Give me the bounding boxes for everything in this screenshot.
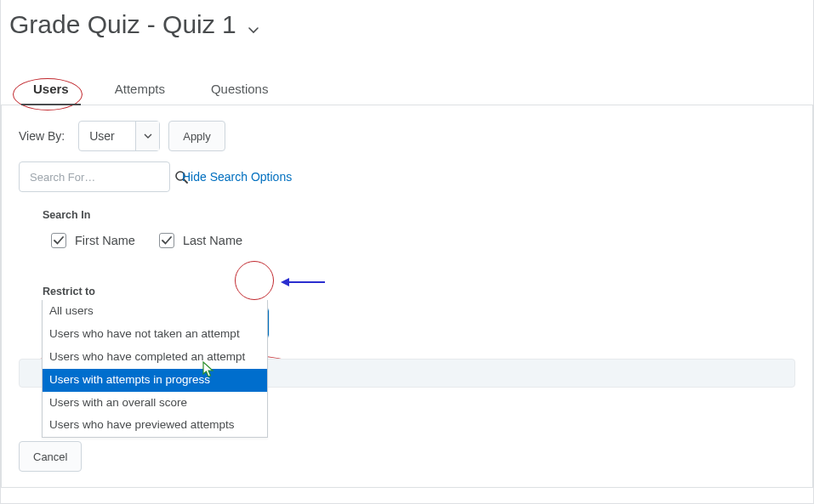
check-label: Last Name: [183, 234, 242, 247]
search-row: Hide Search Options: [19, 161, 797, 192]
title-dropdown-icon[interactable]: [248, 15, 259, 34]
restrict-option-completed[interactable]: Users who have completed an attempt: [43, 346, 267, 369]
viewby-label: View By:: [19, 129, 65, 143]
viewby-row: View By: User Apply: [19, 121, 797, 151]
search-in-heading: Search In: [43, 209, 797, 221]
tab-questions[interactable]: Questions: [199, 73, 281, 105]
restrict-option-not-taken[interactable]: Users who have not taken an attempt: [43, 323, 267, 346]
grade-quiz-page: Grade Quiz - Quiz 1 Users Attempts Quest…: [0, 0, 814, 504]
restrict-option-all-users[interactable]: All users: [43, 300, 267, 323]
tab-label: Questions: [211, 82, 269, 96]
viewby-selected: User: [89, 129, 115, 143]
title-row: Grade Quiz - Quiz 1: [1, 0, 813, 39]
tabs: Users Attempts Questions: [1, 73, 813, 105]
restrict-dropdown: All users Users who have not taken an at…: [42, 300, 268, 438]
checkbox-icon: [51, 233, 66, 248]
tab-label: Attempts: [115, 82, 165, 96]
footer: Cancel: [19, 441, 82, 472]
restrict-to-heading: Restrict to: [43, 286, 797, 297]
search-box: [19, 161, 170, 192]
page-title: Grade Quiz - Quiz 1: [9, 10, 236, 39]
search-in-checks: First Name Last Name: [51, 233, 797, 248]
check-label: First Name: [75, 234, 135, 247]
apply-label: Apply: [183, 130, 211, 143]
restrict-option-previewed[interactable]: Users who have previewed attempts: [43, 414, 267, 437]
cancel-label: Cancel: [33, 450, 67, 463]
chevron-down-icon: [135, 122, 159, 150]
tab-users[interactable]: Users: [21, 73, 81, 105]
checkbox-icon: [159, 233, 174, 248]
apply-button[interactable]: Apply: [168, 121, 225, 151]
tab-attempts[interactable]: Attempts: [103, 73, 177, 105]
tab-label: Users: [33, 82, 69, 96]
viewby-select[interactable]: User: [78, 121, 160, 151]
hide-search-options-link[interactable]: Hide Search Options: [182, 170, 292, 184]
restrict-option-overall-score[interactable]: Users with an overall score: [43, 392, 267, 415]
search-input[interactable]: [28, 170, 174, 184]
last-name-check[interactable]: Last Name: [159, 233, 242, 248]
cancel-button[interactable]: Cancel: [19, 441, 82, 472]
restrict-option-in-progress[interactable]: Users with attempts in progress: [43, 369, 267, 392]
panel: View By: User Apply Hi: [1, 105, 813, 488]
first-name-check[interactable]: First Name: [51, 233, 135, 248]
